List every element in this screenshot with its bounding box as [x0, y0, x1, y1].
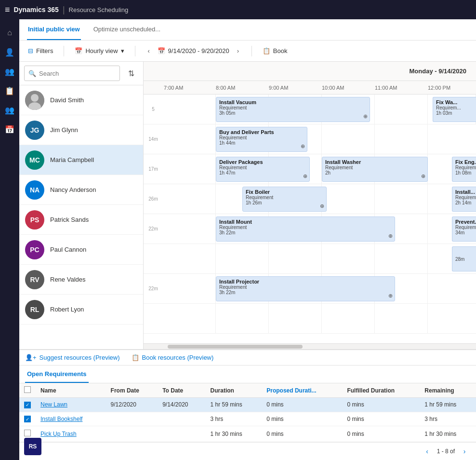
task-install-vacuum[interactable]: Install Vacuum Requirement 3h 05m ⊕: [216, 97, 370, 122]
time-slot-1100: 11:00 AM: [375, 85, 428, 91]
col-remaining: Remaining: [420, 383, 476, 398]
row-from-1: [106, 412, 158, 426]
view-icon: 📅: [75, 47, 82, 54]
resource-item-patrick-sands[interactable]: PS Patrick Sands: [19, 205, 143, 235]
row-name-0: New Lawn: [36, 398, 106, 412]
nav-accounts-icon[interactable]: 👥: [1, 63, 18, 80]
top-bar: ≡ Dynamics 365 | Resource Scheduling: [0, 0, 476, 19]
resource-name-robert-lyon: Robert Lyon: [50, 306, 84, 313]
col-fulfilled: Fulfilled Duration: [342, 383, 420, 398]
suggest-resources-button[interactable]: 👤+ Suggest resources (Preview): [25, 354, 120, 361]
task-fix-washer-partial[interactable]: Fix Wa... Requirem... 1h 03m: [433, 97, 476, 122]
resource-item-nancy-anderson[interactable]: NA Nancy Anderson: [19, 175, 143, 205]
task-fix-engine-partial[interactable]: Fix Eng... Requirem... 1h 08m: [452, 157, 476, 182]
next-date-button[interactable]: ›: [232, 45, 244, 57]
tab-optimize-unscheduled[interactable]: Optimize unscheduled...: [93, 19, 161, 40]
row-to-1: [158, 412, 205, 426]
toolbar: ⊟ Filters 📅 Hourly view ▾ ‹ 📅 9/14/2020 …: [19, 41, 476, 62]
row-proposed-1: 0 mins: [262, 412, 342, 426]
time-slot-1000: 10:00 AM: [322, 85, 375, 91]
row-offset-0: 5: [144, 107, 163, 112]
search-input[interactable]: [39, 70, 116, 77]
requirements-table-wrap: Name From Date To Date Duration Proposed…: [19, 383, 476, 442]
req-tab-open[interactable]: Open Requirements: [25, 365, 89, 383]
select-all-checkbox[interactable]: [24, 386, 31, 393]
row-checkbox-1[interactable]: ✓: [19, 412, 36, 426]
filter-label: Filters: [36, 47, 53, 54]
resource-item-jim-glynn[interactable]: JG Jim Glynn: [19, 115, 143, 145]
avatar-rene-valdes: RV: [25, 270, 44, 289]
row-grid-6: Install Projector Requirement 3h 22m ⊕: [163, 274, 476, 303]
col-from-date: From Date: [106, 383, 158, 398]
task-icon-4: ⊕: [320, 203, 324, 209]
task-prevent-partial[interactable]: Prevent... Requirem... 34m ⊕: [452, 216, 476, 242]
avatar-robert-lyon: RL: [25, 300, 44, 319]
timeline-scrollbar[interactable]: [144, 343, 476, 349]
timeline-row-robert-lyon: [144, 304, 476, 334]
task-icon-3: ⊕: [421, 173, 425, 179]
rs-badge[interactable]: RS: [24, 438, 41, 455]
tab-initial-public-view[interactable]: Initial public view: [27, 19, 81, 40]
nav-contacts-icon[interactable]: 👤: [1, 43, 18, 61]
timeline-row-nancy-anderson: 26m Fix Boiler Requ: [144, 184, 476, 214]
nav-home-icon[interactable]: ⌂: [1, 24, 18, 41]
row-proposed-2: 0 mins: [262, 426, 342, 442]
timeline-row-rene-valdes: 22m Install Projector: [144, 274, 476, 304]
task-paul-partial[interactable]: 28m: [452, 246, 476, 271]
prev-page-button[interactable]: ‹: [422, 446, 433, 457]
row-offset-1: 14m: [144, 136, 163, 142]
resource-item-rene-valdes[interactable]: RV Rene Valdes: [19, 265, 143, 295]
timeline-row-david-smith: 5 Ins: [144, 95, 476, 124]
resource-item-robert-lyon[interactable]: RL Robert Lyon: [19, 295, 143, 325]
row-remaining-1: 3 hrs: [420, 412, 476, 426]
nav-calendar-icon[interactable]: 📅: [1, 121, 18, 138]
schedule-body: 🔍 ⇅ David Smith: [19, 62, 476, 349]
book-label: Book: [273, 47, 288, 54]
time-header: 7:00 AM 8:00 AM 9:00 AM 10:00 AM 11:00 A…: [144, 81, 476, 95]
row-name-2: Pick Up Trash: [36, 426, 106, 442]
row-grid-3: Fix Boiler Requirement 1h 26m ⊕ Install.…: [163, 184, 476, 214]
prev-date-button[interactable]: ‹: [143, 45, 155, 57]
resource-item-paul-cannon[interactable]: PC Paul Cannon: [19, 235, 143, 265]
hamburger-icon[interactable]: ≡: [5, 5, 10, 15]
col-checkbox[interactable]: [19, 383, 36, 398]
task-install-washer[interactable]: Install Washer Requirement 2h ⊕: [322, 157, 428, 182]
task-install-mount[interactable]: Install Mount Requirement 3h 22m ⊕: [216, 216, 395, 242]
date-range: ‹ 📅 9/14/2020 - 9/20/2020 ›: [143, 45, 244, 57]
sort-button[interactable]: ⇅: [124, 66, 138, 81]
timeline-rows-container: 5 Ins: [144, 95, 476, 343]
table-row-pick-up-trash: Pick Up Trash 1 hr 30 mins 0 mins 0 mins…: [19, 426, 476, 442]
search-box[interactable]: 🔍: [24, 66, 120, 81]
book-resources-button[interactable]: 📋 Book resources (Preview): [132, 354, 214, 361]
resource-item-david-smith[interactable]: David Smith: [19, 85, 143, 115]
row-grid-7: [163, 304, 476, 333]
module-name: Resource Scheduling: [69, 6, 129, 14]
task-deliver-packages[interactable]: Deliver Packages Requirement 1h 47m ⊕: [216, 157, 310, 182]
row-fulfilled-0: 0 mins: [342, 398, 420, 412]
resource-name-paul-cannon: Paul Cannon: [50, 246, 86, 253]
resource-name-rene-valdes: Rene Valdes: [50, 276, 85, 283]
row-checkbox-0[interactable]: ✓: [19, 398, 36, 412]
row-from-2: [106, 426, 158, 442]
next-page-button[interactable]: ›: [459, 446, 470, 457]
filters-button[interactable]: ⊟ Filters: [25, 45, 56, 56]
task-icon-1: ⊕: [301, 143, 305, 149]
resource-item-maria-campbell[interactable]: MC Maria Campbell: [19, 145, 143, 175]
app-logo: Dynamics 365: [14, 6, 59, 14]
task-icon-0: ⊕: [363, 113, 368, 120]
row-grid-5: 28m: [163, 244, 476, 273]
table-header-row: Name From Date To Date Duration Proposed…: [19, 383, 476, 398]
task-fix-boiler[interactable]: Fix Boiler Requirement 1h 26m ⊕: [242, 187, 327, 212]
row-grid-1: Buy and Deliver Parts Requirement 1h 44m…: [163, 124, 476, 154]
chevron-down-icon: ▾: [121, 47, 124, 54]
task-install-partial[interactable]: Install... Requirem... 2h 14m: [452, 187, 476, 212]
task-buy-deliver-parts[interactable]: Buy and Deliver Parts Requirement 1h 44m…: [216, 127, 307, 152]
scrollbar-thumb[interactable]: [168, 345, 303, 349]
timeline-row-patrick-sands: 22m Install Mount R: [144, 214, 476, 244]
col-proposed[interactable]: Proposed Durati...: [262, 383, 342, 398]
view-selector-button[interactable]: 📅 Hourly view ▾: [72, 45, 127, 56]
nav-groups-icon[interactable]: 👥: [1, 101, 18, 119]
nav-reports-icon[interactable]: 📋: [1, 82, 18, 99]
task-install-projector[interactable]: Install Projector Requirement 3h 22m ⊕: [216, 276, 395, 301]
book-button[interactable]: 📋 Book: [260, 45, 291, 56]
